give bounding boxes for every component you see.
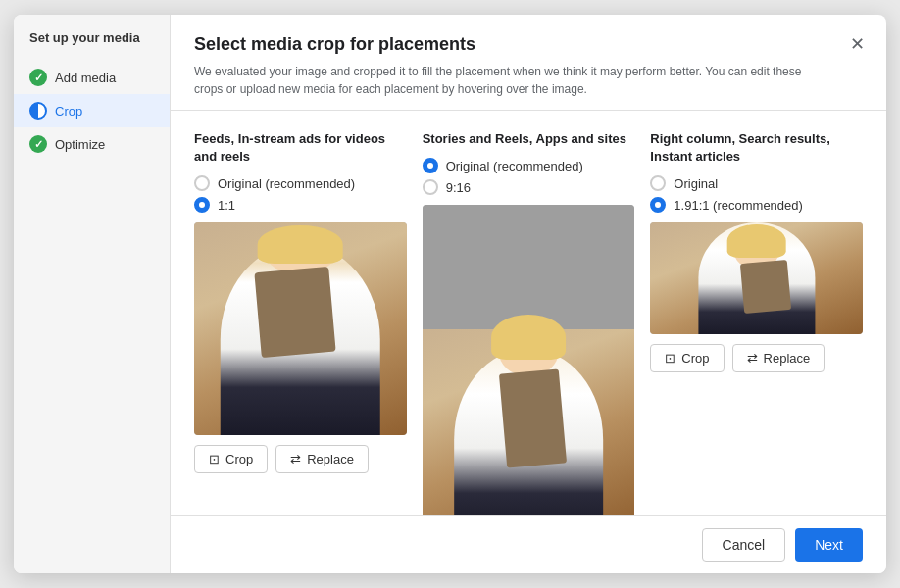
crop-icon-feeds: ⊡ [209, 452, 220, 466]
modal-header: Select media crop for placements We eval… [171, 15, 886, 111]
radio-group-right-column: Original 1.91:1 (recommended) [650, 175, 863, 213]
radio-circle-feeds-1-1 [194, 197, 210, 213]
sidebar: Set up your media Add media Crop Optimiz… [14, 15, 171, 573]
next-button[interactable]: Next [795, 528, 863, 562]
close-button[interactable]: ✕ [843, 30, 871, 58]
radio-circle-feeds-original [194, 175, 210, 191]
modal-container: Set up your media Add media Crop Optimiz… [14, 15, 886, 573]
gray-top-stories [423, 205, 635, 329]
radio-feeds-original[interactable]: Original (recommended) [194, 175, 407, 191]
radio-right-1-91[interactable]: 1.91:1 (recommended) [650, 197, 863, 213]
img-clipboard-feeds [254, 267, 335, 358]
placement-title-feeds: Feeds, In-stream ads for videos and reel… [194, 130, 407, 166]
sidebar-item-add-media[interactable]: Add media [14, 61, 170, 94]
half-icon-crop [29, 102, 47, 120]
radio-stories-9-16[interactable]: 9:16 [423, 179, 635, 195]
crop-icon-right-column: ⊡ [665, 351, 675, 366]
action-buttons-right-column: ⊡ Crop ⇄ Replace [650, 344, 863, 372]
placement-card-right-column: Right column, Search results, Instant ar… [650, 130, 863, 372]
replace-button-right-column[interactable]: ⇄ Replace [732, 344, 825, 372]
image-right-column [650, 222, 863, 333]
placement-title-stories: Stories and Reels, Apps and sites [423, 130, 635, 148]
gray-bottom-stories [423, 514, 635, 515]
sidebar-title: Set up your media [14, 30, 170, 61]
modal-title: Select media crop for placements [194, 34, 863, 55]
cancel-button[interactable]: Cancel [702, 528, 786, 562]
sidebar-item-label-add-media: Add media [55, 71, 116, 85]
placements-scroll-area[interactable]: Feeds, In-stream ads for videos and reel… [171, 111, 886, 515]
replace-icon-feeds: ⇄ [290, 452, 301, 466]
radio-stories-original[interactable]: Original (recommended) [423, 158, 635, 173]
image-feeds [194, 222, 407, 435]
replace-button-feeds[interactable]: ⇄ Replace [275, 445, 369, 473]
placements-grid: Feeds, In-stream ads for videos and reel… [194, 130, 863, 515]
check-icon-optimize [29, 135, 47, 153]
main-content: Select media crop for placements We eval… [171, 15, 886, 573]
radio-feeds-1-1[interactable]: 1:1 [194, 197, 407, 213]
placement-card-stories: Stories and Reels, Apps and sites Origin… [423, 130, 635, 515]
sidebar-item-label-optimize: Optimize [55, 137, 105, 152]
image-stories [423, 205, 635, 515]
placement-card-feeds: Feeds, In-stream ads for videos and reel… [194, 130, 407, 473]
radio-right-original[interactable]: Original [650, 175, 863, 191]
sidebar-item-crop[interactable]: Crop [14, 94, 170, 127]
crop-button-right-column[interactable]: ⊡ Crop [650, 344, 724, 372]
radio-circle-stories-9-16 [423, 179, 438, 195]
radio-circle-right-original [650, 175, 666, 191]
check-icon-add-media [29, 69, 47, 86]
modal-footer: Cancel Next [171, 515, 886, 573]
radio-circle-right-1-91 [650, 197, 666, 213]
placement-title-right-column: Right column, Search results, Instant ar… [650, 130, 863, 166]
img-hair-right [726, 224, 786, 258]
sidebar-item-optimize[interactable]: Optimize [14, 127, 170, 161]
radio-group-feeds: Original (recommended) 1:1 [194, 175, 407, 213]
crop-button-feeds[interactable]: ⊡ Crop [194, 445, 268, 473]
img-hair-feeds [258, 225, 343, 264]
radio-circle-stories-original [423, 158, 438, 173]
img-hair-stories [491, 315, 566, 360]
replace-icon-right-column: ⇄ [747, 351, 758, 366]
img-clipboard-right [739, 260, 790, 314]
sidebar-item-label-crop: Crop [55, 104, 82, 119]
img-clipboard-stories [499, 368, 567, 467]
modal-description: We evaluated your image and cropped it t… [194, 63, 863, 98]
radio-group-stories: Original (recommended) 9:16 [423, 158, 635, 195]
action-buttons-feeds: ⊡ Crop ⇄ Replace [194, 445, 407, 473]
